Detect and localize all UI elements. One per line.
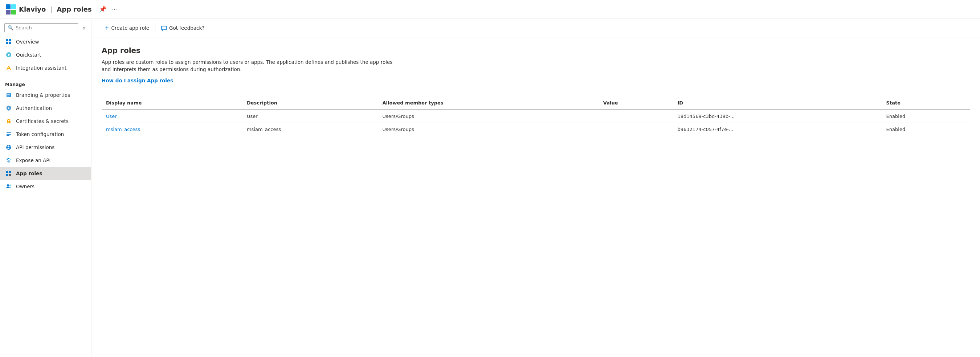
sidebar-item-integration-label: Integration assistant: [16, 65, 67, 71]
overview-icon: [5, 38, 12, 45]
toolbar: + Create app role Got feedback?: [91, 19, 980, 37]
collapse-sidebar-button[interactable]: «: [81, 24, 87, 32]
search-input[interactable]: [16, 25, 75, 30]
svg-rect-14: [6, 134, 11, 135]
svg-point-19: [7, 160, 10, 163]
header: Klaviyo | App roles 📌 ···: [0, 0, 980, 19]
feedback-button[interactable]: Got feedback?: [157, 22, 209, 33]
token-icon: [5, 131, 12, 138]
create-icon: +: [105, 25, 109, 31]
table-body: UserUserUsers/Groups18d14569-c3bd-439b-.…: [102, 109, 970, 136]
sidebar-item-app-roles[interactable]: App roles: [0, 167, 91, 180]
sidebar-item-overview[interactable]: Overview: [0, 35, 91, 48]
col-value: Value: [599, 97, 673, 109]
sidebar-item-expose-api-label: Expose an API: [16, 157, 51, 163]
sidebar-item-token-config[interactable]: Token configuration: [0, 128, 91, 141]
svg-rect-1: [9, 39, 11, 41]
sidebar-item-branding[interactable]: Branding & properties: [0, 89, 91, 102]
api-permissions-icon: [5, 144, 12, 151]
pin-button[interactable]: 📌: [98, 4, 108, 14]
cell-value: [599, 109, 673, 123]
sidebar-item-owners-label: Owners: [16, 184, 35, 189]
sidebar-divider-manage: [0, 76, 91, 76]
svg-rect-13: [6, 132, 11, 133]
svg-rect-9: [7, 96, 9, 97]
svg-rect-21: [9, 171, 11, 173]
svg-rect-3: [9, 42, 11, 44]
sidebar-item-integration-assistant[interactable]: Integration assistant: [0, 61, 91, 75]
col-allowed-member-types: Allowed member types: [378, 97, 599, 109]
quickstart-icon: [5, 51, 12, 59]
feedback-label: Got feedback?: [169, 25, 205, 31]
more-button[interactable]: ···: [111, 5, 118, 14]
sidebar-item-token-label: Token configuration: [16, 131, 64, 137]
header-separator: |: [50, 5, 52, 13]
col-display-name: Display name: [102, 97, 242, 109]
cell-id: b9632174-c057-4f7e-...: [673, 123, 882, 136]
display-name-link[interactable]: User: [106, 114, 117, 119]
sidebar-item-api-permissions-label: API permissions: [16, 144, 54, 150]
authentication-icon: [5, 105, 12, 112]
toolbar-separator: [155, 24, 155, 32]
svg-rect-15: [6, 135, 10, 136]
search-icon: 🔍: [8, 25, 13, 30]
cell-state: Enabled: [882, 109, 970, 123]
feedback-icon: [161, 25, 167, 31]
sidebar-item-authentication[interactable]: Authentication: [0, 102, 91, 115]
page-name: App roles: [57, 5, 91, 13]
main-layout: 🔍 « Overview: [0, 19, 980, 357]
manage-section-label: Manage: [0, 78, 91, 89]
table-row: UserUserUsers/Groups18d14569-c3bd-439b-.…: [102, 109, 970, 123]
create-label: Create app role: [111, 25, 149, 31]
svg-rect-20: [6, 171, 8, 173]
sidebar-item-certificates-label: Certificates & secrets: [16, 118, 68, 124]
cell-allowed-member-types: Users/Groups: [378, 109, 599, 123]
table-row: msiam_accessmsiam_accessUsers/Groupsb963…: [102, 123, 970, 136]
cell-value: [599, 123, 673, 136]
svg-point-10: [8, 107, 10, 109]
integration-icon: [5, 64, 12, 71]
app-roles-table: Display name Description Allowed member …: [102, 97, 970, 136]
sidebar-item-quickstart[interactable]: Quickstart: [0, 48, 91, 61]
cell-display-name[interactable]: msiam_access: [102, 123, 242, 136]
search-container: 🔍 «: [0, 19, 91, 35]
sidebar-item-expose-api[interactable]: Expose an API: [0, 154, 91, 167]
app-roles-icon: [5, 170, 12, 177]
cell-description: msiam_access: [242, 123, 378, 136]
branding-icon: [5, 91, 12, 99]
certificates-icon: [5, 117, 12, 125]
sidebar-item-api-permissions[interactable]: API permissions: [0, 141, 91, 154]
cell-description: User: [242, 109, 378, 123]
app-name: Klaviyo: [19, 5, 46, 13]
table-header: Display name Description Allowed member …: [102, 97, 970, 109]
sidebar-item-certificates[interactable]: Certificates & secrets: [0, 115, 91, 128]
col-id: ID: [673, 97, 882, 109]
col-state: State: [882, 97, 970, 109]
cell-allowed-member-types: Users/Groups: [378, 123, 599, 136]
content-area: + Create app role Got feedback? App role…: [91, 19, 980, 357]
page-title: App roles: [102, 46, 970, 55]
svg-point-12: [8, 122, 9, 122]
table-header-row: Display name Description Allowed member …: [102, 97, 970, 109]
display-name-link[interactable]: msiam_access: [106, 127, 140, 132]
app-icon: [6, 4, 16, 14]
expose-api-icon: [5, 157, 12, 164]
header-actions: 📌 ···: [98, 4, 118, 14]
sidebar-item-overview-label: Overview: [16, 39, 39, 44]
svg-rect-0: [6, 39, 8, 41]
svg-rect-2: [6, 42, 8, 44]
create-app-role-button[interactable]: + Create app role: [100, 22, 154, 33]
sidebar-item-owners[interactable]: Owners: [0, 180, 91, 193]
svg-rect-8: [7, 94, 10, 95]
sidebar: 🔍 « Overview: [0, 19, 91, 357]
svg-point-24: [7, 184, 9, 186]
help-link[interactable]: How do I assign App roles: [102, 78, 173, 83]
cell-id: 18d14569-c3bd-439b-...: [673, 109, 882, 123]
svg-rect-22: [6, 174, 8, 176]
search-box[interactable]: 🔍: [4, 23, 78, 32]
svg-rect-23: [9, 174, 11, 176]
sidebar-item-branding-label: Branding & properties: [16, 92, 70, 98]
page-content: App roles App roles are custom roles to …: [91, 37, 980, 145]
sidebar-item-app-roles-label: App roles: [16, 171, 42, 176]
cell-display-name[interactable]: User: [102, 109, 242, 123]
